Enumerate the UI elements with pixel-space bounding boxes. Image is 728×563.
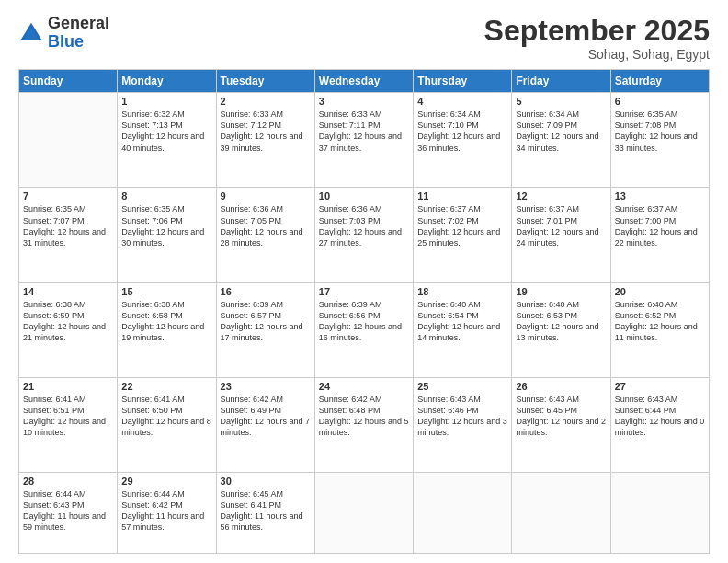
day-number: 3 (319, 96, 409, 107)
calendar-cell: 26Sunrise: 6:43 AM Sunset: 6:45 PM Dayli… (512, 377, 610, 472)
cell-info: Sunrise: 6:32 AM Sunset: 7:13 PM Dayligh… (121, 109, 211, 154)
day-number: 28 (23, 476, 113, 487)
calendar-week-2: 14Sunrise: 6:38 AM Sunset: 6:59 PM Dayli… (19, 282, 710, 377)
day-number: 27 (615, 381, 705, 392)
calendar-cell (314, 472, 413, 553)
cell-info: Sunrise: 6:37 AM Sunset: 7:00 PM Dayligh… (615, 203, 705, 248)
day-number: 5 (516, 96, 606, 107)
calendar-cell: 1Sunrise: 6:32 AM Sunset: 7:13 PM Daylig… (118, 93, 216, 188)
day-number: 25 (417, 381, 507, 392)
day-number: 16 (221, 286, 311, 297)
calendar-cell: 3Sunrise: 6:33 AM Sunset: 7:11 PM Daylig… (314, 93, 413, 188)
cell-info: Sunrise: 6:41 AM Sunset: 6:50 PM Dayligh… (121, 394, 211, 439)
location: Sohag, Sohag, Egypt (484, 47, 710, 62)
calendar-cell: 18Sunrise: 6:40 AM Sunset: 6:54 PM Dayli… (414, 282, 512, 377)
cell-info: Sunrise: 6:34 AM Sunset: 7:09 PM Dayligh… (516, 109, 606, 154)
cell-info: Sunrise: 6:38 AM Sunset: 6:59 PM Dayligh… (23, 299, 113, 344)
day-number: 22 (121, 381, 211, 392)
cell-info: Sunrise: 6:36 AM Sunset: 7:03 PM Dayligh… (319, 203, 409, 248)
cell-info: Sunrise: 6:35 AM Sunset: 7:08 PM Dayligh… (615, 109, 705, 154)
logo-icon (18, 20, 44, 46)
month-title: September 2025 (484, 15, 710, 47)
calendar-cell: 11Sunrise: 6:37 AM Sunset: 7:02 PM Dayli… (414, 188, 512, 282)
calendar-header-wednesday: Wednesday (314, 70, 413, 93)
cell-info: Sunrise: 6:43 AM Sunset: 6:44 PM Dayligh… (615, 394, 705, 439)
cell-info: Sunrise: 6:39 AM Sunset: 6:56 PM Dayligh… (319, 299, 409, 344)
cell-info: Sunrise: 6:35 AM Sunset: 7:06 PM Dayligh… (121, 203, 211, 248)
calendar-cell: 21Sunrise: 6:41 AM Sunset: 6:51 PM Dayli… (19, 377, 118, 472)
calendar-cell: 20Sunrise: 6:40 AM Sunset: 6:52 PM Dayli… (610, 282, 709, 377)
calendar-week-0: 1Sunrise: 6:32 AM Sunset: 7:13 PM Daylig… (19, 93, 710, 188)
cell-info: Sunrise: 6:33 AM Sunset: 7:12 PM Dayligh… (221, 109, 311, 154)
calendar-cell: 12Sunrise: 6:37 AM Sunset: 7:01 PM Dayli… (512, 188, 610, 282)
calendar-cell: 29Sunrise: 6:44 AM Sunset: 6:42 PM Dayli… (118, 472, 216, 553)
cell-info: Sunrise: 6:35 AM Sunset: 7:07 PM Dayligh… (23, 203, 113, 248)
logo: General Blue (18, 15, 109, 52)
calendar-table: SundayMondayTuesdayWednesdayThursdayFrid… (18, 69, 710, 554)
calendar-cell: 22Sunrise: 6:41 AM Sunset: 6:50 PM Dayli… (118, 377, 216, 472)
cell-info: Sunrise: 6:40 AM Sunset: 6:53 PM Dayligh… (516, 299, 606, 344)
calendar-cell: 17Sunrise: 6:39 AM Sunset: 6:56 PM Dayli… (314, 282, 413, 377)
calendar-cell: 10Sunrise: 6:36 AM Sunset: 7:03 PM Dayli… (314, 188, 413, 282)
day-number: 20 (615, 286, 705, 297)
day-number: 7 (23, 190, 113, 201)
calendar-cell: 4Sunrise: 6:34 AM Sunset: 7:10 PM Daylig… (414, 93, 512, 188)
calendar-cell: 16Sunrise: 6:39 AM Sunset: 6:57 PM Dayli… (216, 282, 314, 377)
calendar-cell: 27Sunrise: 6:43 AM Sunset: 6:44 PM Dayli… (610, 377, 709, 472)
cell-info: Sunrise: 6:34 AM Sunset: 7:10 PM Dayligh… (417, 109, 507, 154)
logo-general-text: General (48, 15, 109, 33)
calendar-header-saturday: Saturday (610, 70, 709, 93)
logo-text: General Blue (48, 15, 109, 52)
calendar-cell: 25Sunrise: 6:43 AM Sunset: 6:46 PM Dayli… (414, 377, 512, 472)
day-number: 24 (319, 381, 409, 392)
calendar-header-monday: Monday (118, 70, 216, 93)
calendar-header-friday: Friday (512, 70, 610, 93)
cell-info: Sunrise: 6:37 AM Sunset: 7:02 PM Dayligh… (417, 203, 507, 248)
calendar-cell: 14Sunrise: 6:38 AM Sunset: 6:59 PM Dayli… (19, 282, 118, 377)
cell-info: Sunrise: 6:42 AM Sunset: 6:48 PM Dayligh… (319, 394, 409, 439)
day-number: 8 (121, 190, 211, 201)
day-number: 13 (615, 190, 705, 201)
cell-info: Sunrise: 6:43 AM Sunset: 6:46 PM Dayligh… (417, 394, 507, 439)
day-number: 30 (221, 476, 311, 487)
calendar-cell (512, 472, 610, 553)
day-number: 14 (23, 286, 113, 297)
calendar-week-4: 28Sunrise: 6:44 AM Sunset: 6:43 PM Dayli… (19, 472, 710, 553)
cell-info: Sunrise: 6:37 AM Sunset: 7:01 PM Dayligh… (516, 203, 606, 248)
calendar-cell: 8Sunrise: 6:35 AM Sunset: 7:06 PM Daylig… (118, 188, 216, 282)
day-number: 29 (121, 476, 211, 487)
logo-blue-text: Blue (48, 33, 109, 52)
calendar-cell (19, 93, 118, 188)
calendar-cell (414, 472, 512, 553)
header: General Blue September 2025 Sohag, Sohag… (18, 15, 710, 62)
cell-info: Sunrise: 6:33 AM Sunset: 7:11 PM Dayligh… (319, 109, 409, 154)
day-number: 6 (615, 96, 705, 107)
cell-info: Sunrise: 6:42 AM Sunset: 6:49 PM Dayligh… (221, 394, 311, 439)
cell-info: Sunrise: 6:39 AM Sunset: 6:57 PM Dayligh… (221, 299, 311, 344)
cell-info: Sunrise: 6:38 AM Sunset: 6:58 PM Dayligh… (121, 299, 211, 344)
calendar-cell: 23Sunrise: 6:42 AM Sunset: 6:49 PM Dayli… (216, 377, 314, 472)
cell-info: Sunrise: 6:41 AM Sunset: 6:51 PM Dayligh… (23, 394, 113, 439)
day-number: 21 (23, 381, 113, 392)
calendar-cell: 28Sunrise: 6:44 AM Sunset: 6:43 PM Dayli… (19, 472, 118, 553)
day-number: 18 (417, 286, 507, 297)
cell-info: Sunrise: 6:45 AM Sunset: 6:41 PM Dayligh… (221, 488, 311, 534)
calendar-week-3: 21Sunrise: 6:41 AM Sunset: 6:51 PM Dayli… (19, 377, 710, 472)
calendar-header-sunday: Sunday (19, 70, 118, 93)
cell-info: Sunrise: 6:36 AM Sunset: 7:05 PM Dayligh… (221, 203, 311, 248)
calendar-cell: 6Sunrise: 6:35 AM Sunset: 7:08 PM Daylig… (610, 93, 709, 188)
calendar-cell: 13Sunrise: 6:37 AM Sunset: 7:00 PM Dayli… (610, 188, 709, 282)
day-number: 10 (319, 190, 409, 201)
page: General Blue September 2025 Sohag, Sohag… (0, 0, 728, 563)
calendar-cell: 9Sunrise: 6:36 AM Sunset: 7:05 PM Daylig… (216, 188, 314, 282)
day-number: 23 (221, 381, 311, 392)
calendar-cell: 24Sunrise: 6:42 AM Sunset: 6:48 PM Dayli… (314, 377, 413, 472)
cell-info: Sunrise: 6:43 AM Sunset: 6:45 PM Dayligh… (516, 394, 606, 439)
calendar-header-row: SundayMondayTuesdayWednesdayThursdayFrid… (19, 70, 710, 93)
calendar-cell: 2Sunrise: 6:33 AM Sunset: 7:12 PM Daylig… (216, 93, 314, 188)
day-number: 12 (516, 190, 606, 201)
day-number: 1 (121, 96, 211, 107)
day-number: 9 (221, 190, 311, 201)
calendar-cell: 30Sunrise: 6:45 AM Sunset: 6:41 PM Dayli… (216, 472, 314, 553)
cell-info: Sunrise: 6:40 AM Sunset: 6:54 PM Dayligh… (417, 299, 507, 344)
